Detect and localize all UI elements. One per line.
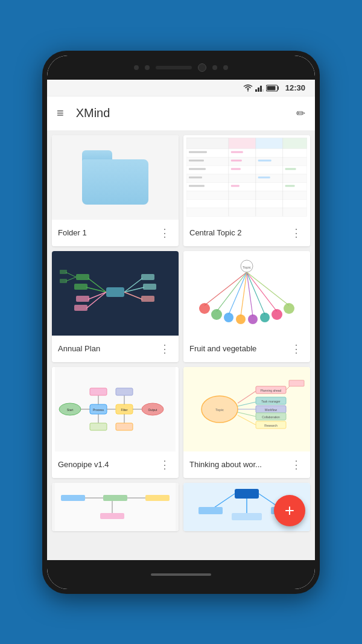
svg-point-66 xyxy=(199,303,210,314)
card-more-genopipe[interactable]: ⋮ xyxy=(157,456,173,474)
svg-rect-93 xyxy=(116,423,133,430)
svg-text:Topic: Topic xyxy=(243,266,251,269)
svg-rect-10 xyxy=(283,138,307,149)
status-icons: 12:30 xyxy=(243,83,305,92)
card-more-fruit[interactable]: ⋮ xyxy=(288,340,304,358)
svg-rect-48 xyxy=(143,284,156,290)
svg-rect-33 xyxy=(231,185,240,187)
annual-plan-svg xyxy=(52,251,179,336)
svg-rect-18 xyxy=(186,208,307,216)
svg-rect-55 xyxy=(186,251,307,336)
card-folder1[interactable]: Folder 1 ⋮ xyxy=(52,135,179,246)
svg-rect-36 xyxy=(106,287,124,297)
phone-frame: 12:30 ≡ XMind ✏ xyxy=(42,51,320,594)
card-more-central[interactable]: ⋮ xyxy=(288,224,304,242)
svg-text:Workflow: Workflow xyxy=(265,408,278,412)
card-label-genopipe: Genopipe v1.4 xyxy=(58,460,157,469)
svg-rect-15 xyxy=(186,182,307,191)
svg-rect-0 xyxy=(255,89,257,92)
wifi-icon xyxy=(243,84,253,92)
svg-point-73 xyxy=(284,303,294,314)
signal-icon xyxy=(255,84,264,92)
svg-rect-14 xyxy=(186,174,307,183)
card-genopipe[interactable]: Start Process Filter Output xyxy=(52,367,179,478)
svg-text:Filter: Filter xyxy=(121,408,127,412)
svg-rect-17 xyxy=(186,199,307,208)
fruit-svg: Topic xyxy=(183,251,310,336)
svg-text:Start: Start xyxy=(67,408,74,412)
card-thumb-item7 xyxy=(52,483,179,531)
svg-text:Research: Research xyxy=(264,424,278,427)
svg-rect-1 xyxy=(258,88,259,92)
svg-rect-89 xyxy=(116,388,133,395)
card-footer-thinking: Thinking about wor... ⋮ xyxy=(183,451,310,478)
svg-rect-46 xyxy=(141,274,154,280)
svg-rect-115 xyxy=(61,495,85,501)
svg-rect-34 xyxy=(285,185,295,187)
svg-text:Process: Process xyxy=(93,408,104,412)
folder-icon xyxy=(82,150,148,205)
card-more-folder1[interactable]: ⋮ xyxy=(157,224,173,242)
svg-rect-27 xyxy=(189,168,206,170)
svg-rect-125 xyxy=(198,507,223,514)
svg-text:Collaboration: Collaboration xyxy=(262,415,280,419)
card-fruit-veg[interactable]: Topic xyxy=(183,251,310,362)
card-thumb-fruit: Topic xyxy=(183,251,310,336)
card-footer-folder1: Folder 1 ⋮ xyxy=(52,220,179,246)
camera-dot-left xyxy=(134,65,139,70)
svg-rect-9 xyxy=(256,138,283,149)
card-annual-plan[interactable]: Annual Plan ⋮ xyxy=(52,251,179,362)
svg-rect-32 xyxy=(189,185,205,187)
svg-rect-44 xyxy=(74,305,87,311)
svg-rect-119 xyxy=(145,495,170,501)
svg-rect-129 xyxy=(232,513,262,520)
camera-row xyxy=(47,56,315,80)
spreadsheet-svg xyxy=(186,137,307,217)
card-item7[interactable] xyxy=(52,483,179,531)
card-central-topic[interactable]: Central Topic 2 ⋮ xyxy=(183,135,310,246)
home-indicator xyxy=(151,573,211,576)
phone-screen: 12:30 ≡ XMind ✏ xyxy=(47,56,315,589)
card-thumb-central xyxy=(183,135,310,220)
status-bar: 12:30 xyxy=(47,80,315,97)
svg-rect-28 xyxy=(231,168,241,170)
svg-rect-117 xyxy=(103,495,127,501)
svg-rect-91 xyxy=(90,423,107,430)
card-footer-annual: Annual Plan ⋮ xyxy=(52,336,179,362)
card-label-folder1: Folder 1 xyxy=(58,228,157,237)
app-title: XMind xyxy=(76,106,296,120)
svg-rect-2 xyxy=(260,86,262,92)
menu-button[interactable]: ≡ xyxy=(57,106,64,120)
svg-rect-31 xyxy=(258,177,270,179)
card-more-annual[interactable]: ⋮ xyxy=(157,340,173,358)
card-thumb-folder1 xyxy=(52,135,179,220)
fab-button[interactable]: + xyxy=(274,495,305,526)
folder-back xyxy=(82,159,148,205)
svg-rect-30 xyxy=(189,177,202,179)
svg-rect-23 xyxy=(231,151,243,153)
card-footer-fruit: Fruit and vegetable ⋮ xyxy=(183,336,310,362)
card-thumb-thinking: Topic Planning ahead Task manager Workfl… xyxy=(183,367,310,451)
svg-point-68 xyxy=(224,313,233,322)
card-label-thinking: Thinking about wor... xyxy=(189,460,288,469)
item7-svg xyxy=(52,483,179,531)
svg-rect-26 xyxy=(258,160,272,162)
svg-rect-123 xyxy=(235,489,259,499)
card-thumb-genopipe: Start Process Filter Output xyxy=(52,367,179,451)
card-thinking[interactable]: Topic Planning ahead Task manager Workfl… xyxy=(183,367,310,478)
content-area[interactable]: Folder 1 ⋮ xyxy=(47,130,315,560)
app-bar: ≡ XMind ✏ xyxy=(47,97,315,130)
status-time: 12:30 xyxy=(285,83,305,92)
svg-point-72 xyxy=(272,309,282,320)
bottom-bar xyxy=(47,560,315,589)
svg-point-71 xyxy=(260,313,270,322)
genopipe-svg: Start Process Filter Output xyxy=(52,367,179,451)
edit-button[interactable]: ✏ xyxy=(296,107,305,120)
svg-rect-113 xyxy=(289,380,304,386)
svg-rect-50 xyxy=(141,296,154,302)
card-label-annual: Annual Plan xyxy=(58,344,157,353)
svg-rect-38 xyxy=(76,274,89,280)
svg-rect-25 xyxy=(231,160,242,162)
card-more-thinking[interactable]: ⋮ xyxy=(288,456,304,474)
svg-text:Topic: Topic xyxy=(215,408,224,412)
